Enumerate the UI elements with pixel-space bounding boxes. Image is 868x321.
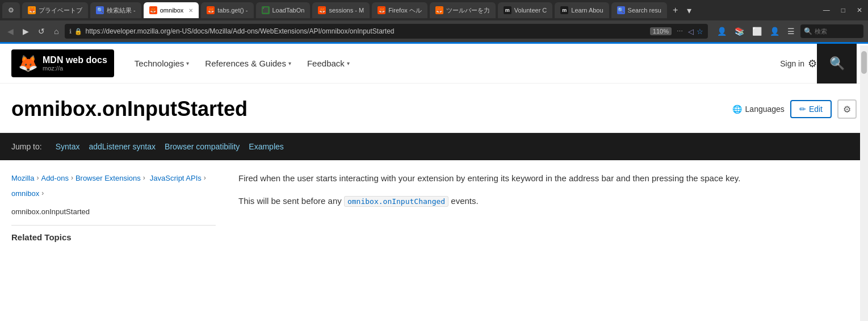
tab-loadtab-favicon: ⬛ [262, 6, 270, 14]
sign-in-link[interactable]: Sign in ⚙ [780, 57, 817, 70]
breadcrumb-omnibox[interactable]: omnibox [11, 187, 39, 200]
address-bar-right: 👤 📚 ⬜ 👤 ☰ 🔍 [715, 24, 863, 38]
jump-to-label: Jump to: [11, 142, 42, 151]
tab-toolbar-favicon: 🦊 [435, 6, 443, 14]
tab-list-dropdown[interactable]: ▾ [684, 5, 695, 16]
menu-icon[interactable]: ☰ [785, 26, 797, 37]
tab-search-results-favicon: 🔍 [617, 6, 625, 14]
sidebar-divider [11, 225, 216, 226]
jump-to-addlistener[interactable]: addListener syntax [89, 142, 156, 151]
nav-feedback-chevron: ▾ [347, 60, 350, 66]
tab-tabs-favicon: 🦊 [207, 6, 215, 14]
breadcrumb-sep-1: › [36, 172, 39, 185]
edit-label: Edit [809, 105, 823, 114]
tab-sessions[interactable]: 🦊 sessions - M [312, 2, 370, 18]
tab-tabs-label: tabs.get() - [217, 7, 248, 14]
inline-code-onInputChanged[interactable]: omnibox.onInputChanged [344, 196, 448, 207]
tab-firefox-help-favicon: 🦊 [378, 6, 385, 14]
sidebar: Mozilla › Add-ons › Browser Extensions ›… [11, 172, 216, 242]
nav-technologies[interactable]: Technologies ▾ [128, 54, 196, 73]
scrollbar[interactable] [860, 45, 868, 253]
pocket-icon[interactable]: ◁ [688, 27, 694, 36]
reader-mode-button[interactable]: ⋯ [674, 27, 685, 36]
back-button[interactable]: ◀ [5, 26, 16, 37]
edit-button[interactable]: ✏ Edit [790, 100, 832, 118]
tab-volunteer[interactable]: m Volunteer C [498, 2, 552, 18]
bookmark-icon[interactable]: ☆ [697, 27, 703, 36]
bookmarks-icon[interactable]: 📚 [732, 26, 747, 37]
settings-tab-icon: ⚙ [8, 6, 14, 14]
tab-search[interactable]: 🔍 検索結果 - [90, 2, 141, 18]
mdn-page: 🦊 MDN web docs moz://a Technologies ▾ Re… [0, 42, 868, 253]
nav-references-chevron: ▾ [288, 60, 291, 66]
browser-chrome: ⚙ 🦊 プライベートブ 🔍 検索結果 - 🦊 omnibox ✕ 🦊 tabs. [0, 0, 868, 42]
languages-button[interactable]: 🌐 Languages [732, 105, 785, 114]
breadcrumb-sep-5: › [41, 187, 44, 200]
mdn-logo-fox-icon: 🦊 [18, 54, 38, 73]
tab-private-favicon: 🦊 [28, 6, 36, 14]
page-settings-button[interactable]: ⚙ [837, 99, 857, 119]
tab-private[interactable]: 🦊 プライベートブ [22, 2, 88, 18]
breadcrumb-addons[interactable]: Add-ons [41, 172, 68, 185]
mdn-header-right: Sign in ⚙ [780, 57, 817, 70]
description-2-before: This will be sent before any [238, 196, 344, 206]
nav-references[interactable]: References & Guides ▾ [198, 54, 298, 73]
jump-to-browser-compat[interactable]: Browser compatibility [165, 142, 240, 151]
restore-button[interactable]: □ [838, 5, 849, 15]
sync-icon[interactable]: ⬜ [750, 26, 764, 37]
description-2-after: events. [448, 196, 479, 206]
breadcrumb-javascript-apis[interactable]: JavaScript APIs [150, 172, 202, 185]
lock-icon: 🔒 [74, 28, 82, 35]
nav-technologies-label: Technologies [135, 59, 184, 68]
breadcrumb-browser-extensions[interactable]: Browser Extensions [76, 172, 141, 185]
tab-tabs-get[interactable]: 🦊 tabs.get() - [201, 2, 253, 18]
mdn-logo[interactable]: 🦊 MDN web docs moz://a [11, 49, 114, 77]
address-value: https://developer.mozilla.org/en-US/docs… [85, 27, 394, 35]
languages-label: Languages [745, 105, 785, 114]
info-icon: ℹ [69, 28, 72, 35]
mdn-header: 🦊 MDN web docs moz://a Technologies ▾ Re… [0, 44, 868, 84]
tab-learn-label: Learn Abou [571, 7, 603, 14]
tab-loadtab[interactable]: ⬛ LoadTabOn [256, 2, 311, 18]
tab-toolbar-tab[interactable]: 🦊 ツールバーを力 [430, 2, 496, 18]
tab-search-results-label: Search resu [628, 7, 661, 14]
header-search-button[interactable]: 🔍 [817, 44, 857, 84]
zoom-level[interactable]: 110% [650, 27, 672, 35]
profile-icon[interactable]: 👤 [715, 26, 729, 37]
tab-omnibox-active[interactable]: 🦊 omnibox ✕ [144, 2, 199, 18]
address-input[interactable]: ℹ 🔒 https://developer.mozilla.org/en-US/… [65, 24, 708, 39]
sign-in-label: Sign in [780, 59, 804, 68]
tab-bar-right: — □ ✕ [820, 5, 866, 15]
minimize-button[interactable]: — [820, 5, 833, 15]
tab-search-results[interactable]: 🔍 Search resu [611, 2, 667, 18]
tab-bar: ⚙ 🦊 プライベートブ 🔍 検索結果 - 🦊 omnibox ✕ 🦊 tabs. [0, 0, 868, 20]
nav-feedback[interactable]: Feedback ▾ [300, 54, 357, 73]
breadcrumb-sep-2: › [71, 172, 73, 185]
breadcrumb-sep-3: › [143, 172, 145, 185]
tab-firefox-help[interactable]: 🦊 Firefox ヘル [372, 2, 427, 18]
new-tab-button[interactable]: + [669, 5, 681, 15]
home-button[interactable]: ⌂ [51, 26, 61, 37]
tab-loadtab-label: LoadTabOn [272, 7, 305, 14]
page-title: omnibox.onInputStarted [11, 97, 248, 121]
jump-to-examples[interactable]: Examples [249, 142, 283, 151]
tab-toolbar-label: ツールバーを力 [446, 6, 490, 15]
tab-private-label: プライベートブ [39, 6, 82, 15]
tab-settings[interactable]: ⚙ [2, 2, 20, 18]
account-icon[interactable]: 👤 [768, 26, 782, 37]
tab-sessions-label: sessions - M [329, 7, 364, 14]
breadcrumb: Mozilla › Add-ons › Browser Extensions ›… [11, 172, 216, 201]
search-box[interactable]: 🔍 [800, 24, 863, 38]
tab-learn[interactable]: m Learn Abou [555, 2, 609, 18]
main-content: Fired when the user starts interacting w… [227, 172, 857, 242]
close-button[interactable]: ✕ [853, 5, 866, 15]
breadcrumb-mozilla[interactable]: Mozilla [11, 172, 34, 185]
jump-to-syntax[interactable]: Syntax [56, 142, 80, 151]
reload-button[interactable]: ↺ [35, 26, 48, 37]
search-input[interactable] [815, 28, 860, 35]
scrollbar-thumb[interactable] [861, 51, 867, 74]
tab-bar-left: ⚙ 🦊 プライベートブ 🔍 検索結果 - 🦊 omnibox ✕ 🦊 tabs. [2, 2, 695, 18]
tab-omnibox-close[interactable]: ✕ [188, 7, 193, 14]
search-magnifier-icon: 🔍 [829, 56, 845, 71]
forward-button[interactable]: ▶ [20, 26, 32, 37]
